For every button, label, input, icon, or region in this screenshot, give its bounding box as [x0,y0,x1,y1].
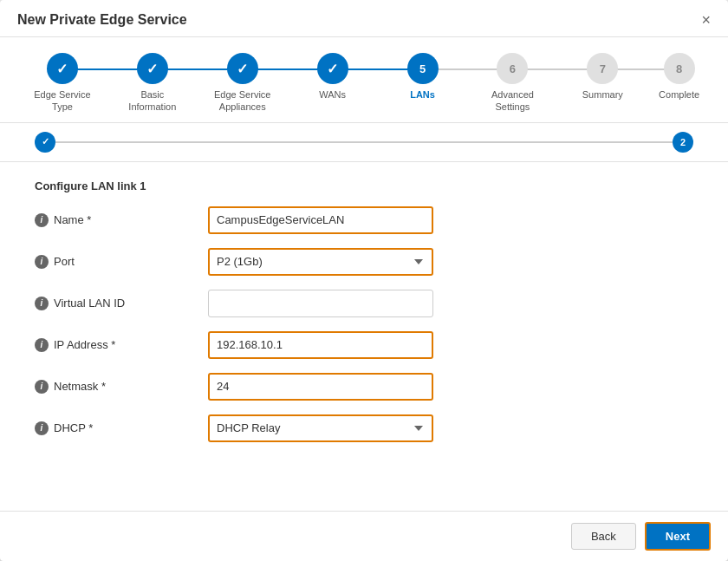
step-label-7: Summary [582,88,623,101]
label-dhcp-text: DHCP * [54,421,93,434]
section-title: Configure LAN link 1 [35,179,693,192]
next-button[interactable]: Next [645,522,711,551]
step-complete[interactable]: 8 Complete [647,53,711,101]
form-row-dhcp: i DHCP * DHCP Relay DHCP Server None [35,414,693,442]
input-virtual-lan-id[interactable] [208,290,433,317]
select-port[interactable]: P2 (1Gb) P1 (1Gb) P3 (1Gb) [208,248,433,276]
label-ip-address: i IP Address * [35,338,208,352]
modal-title: New Private Edge Service [17,12,187,28]
label-port: i Port [35,255,208,269]
checkmark-2: ✓ [146,61,158,77]
step-wans[interactable]: ✓ WANs [288,53,378,101]
sub-step-1-check: ✓ [42,136,49,147]
step-summary[interactable]: 7 Summary [557,53,647,101]
sub-step-2: 2 [673,132,693,153]
step-label-2: BasicInformation [128,88,176,114]
close-button[interactable]: × [701,12,711,28]
step-circle-7: 7 [587,53,618,84]
label-name-text: Name * [54,213,91,226]
info-icon-port: i [35,255,49,269]
info-icon-netmask: i [35,380,49,394]
modal-content: Configure LAN link 1 i Name * i Port P2 … [0,162,728,511]
step-label-1: Edge ServiceType [34,88,90,114]
back-button[interactable]: Back [571,523,636,550]
form-row-netmask: i Netmask * [35,373,693,401]
step-label-8: Complete [659,88,699,101]
info-icon-dhcp: i [35,421,49,435]
step-circle-8: 8 [664,53,695,84]
step-circle-3: ✓ [227,53,258,84]
input-name[interactable] [208,206,433,234]
sub-step-line [55,141,673,143]
step-label-4: WANs [319,88,346,101]
info-icon-vlan: i [35,297,49,310]
sub-step-1: ✓ [35,132,55,153]
info-icon-ip: i [35,338,49,352]
checkmark-1: ✓ [56,61,68,77]
label-port-text: Port [54,255,75,268]
modal-container: New Private Edge Service × ✓ Edge Servic… [0,0,728,561]
checkmark-4: ✓ [327,61,338,77]
input-netmask[interactable] [208,373,433,401]
step-label-5: LANs [410,88,435,101]
label-name: i Name * [35,213,208,227]
step-advanced-settings[interactable]: 6 AdvancedSettings [467,53,557,114]
form-row-virtual-lan-id: i Virtual LAN ID [35,290,693,317]
step-label-6: AdvancedSettings [491,88,534,114]
step-circle-4: ✓ [317,53,348,84]
info-icon-name: i [35,213,49,227]
checkmark-3: ✓ [237,61,248,77]
wizard-steps: ✓ Edge ServiceType ✓ BasicInformation ✓ … [0,37,728,123]
modal-header: New Private Edge Service × [0,0,728,37]
input-ip-address[interactable] [208,331,433,359]
step-circle-6: 6 [497,53,528,84]
label-netmask: i Netmask * [35,380,208,394]
step-edge-service-appliances[interactable]: ✓ Edge ServiceAppliances [198,53,288,114]
step-lans[interactable]: 5 LANs [378,53,468,101]
modal-footer: Back Next [0,511,728,561]
step-circle-5: 5 [407,53,439,84]
select-dhcp[interactable]: DHCP Relay DHCP Server None [208,414,433,442]
step-edge-service-type[interactable]: ✓ Edge ServiceType [17,53,107,114]
step-circle-1: ✓ [47,53,78,84]
label-netmask-text: Netmask * [54,380,106,393]
label-dhcp: i DHCP * [35,421,208,435]
label-vlan-text: Virtual LAN ID [54,297,125,310]
form-row-name: i Name * [35,206,693,234]
label-virtual-lan-id: i Virtual LAN ID [35,297,208,310]
step-circle-2: ✓ [137,53,168,84]
step-label-3: Edge ServiceAppliances [214,88,270,114]
form-row-ip-address: i IP Address * [35,331,693,359]
label-ip-text: IP Address * [54,338,115,351]
form-row-port: i Port P2 (1Gb) P1 (1Gb) P3 (1Gb) [35,248,693,276]
step-basic-information[interactable]: ✓ BasicInformation [107,53,198,114]
sub-steps-bar: ✓ 2 [0,123,728,162]
